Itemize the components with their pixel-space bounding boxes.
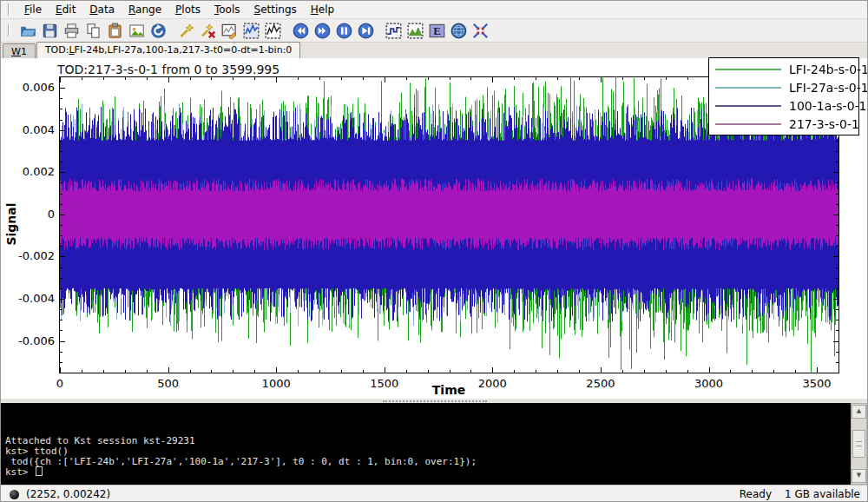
svg-text:E: E [433,24,441,37]
legend-entry: LFI-24b-s-0-1 [709,60,858,78]
layout-mode-icon [385,23,402,39]
zoom-xy-mode-button[interactable] [240,20,262,41]
x-tick-label: 500 [157,377,179,390]
pause-button[interactable] [333,20,355,41]
legend-line-sample [715,123,781,125]
console-prompt-line[interactable]: kst> [5,466,846,478]
advance-one-screen-icon [314,23,331,39]
legend-label: LFI-24b-s-0-1 [789,63,868,76]
splitter-grip-icon [383,400,487,402]
y-tick-label: 0.006 [4,81,55,94]
tied-zoom-icon [472,23,489,39]
tab-plot-window[interactable]: TOD:LFI-24b,LFI-27a,100-1a,217-3-t0=0-dt… [36,42,300,60]
kst-console[interactable]: Attached to Kst session kst-29231kst> tt… [1,403,851,485]
x-tick-label: 2500 [586,377,615,390]
plot-editor-icon [221,23,238,39]
copy-icon [85,23,102,39]
layout-mode-button[interactable] [383,20,404,41]
console-line: kst> ttod() [5,446,846,457]
pause-icon [336,23,352,39]
y-tick-label: 0.004 [4,123,55,136]
x-tick-label: 1500 [370,377,398,390]
plot-title: TOD:217-3-s-0-1 from 0 to 3599.995 [57,63,279,76]
menu-bar: FileEditDataRangePlotsToolsSettingsHelp [1,1,867,19]
legend-line-sample [715,105,781,107]
console-prompt: kst> [5,466,34,478]
scrollbar-track[interactable] [852,419,865,468]
legend-line-sample [715,69,781,70]
reload-button[interactable] [148,20,169,41]
legend-entry: LFI-27a-s-0-1 [709,78,858,96]
legend-label: 100-1a-s-0-1 [789,99,867,113]
legend-line-sample [715,87,781,89]
open-icon [20,23,36,39]
graphics-mode-icon [407,23,424,39]
kst-window: FileEditDataRangePlotsToolsSettingsHelp … [0,0,868,502]
menu-range[interactable]: Range [122,2,168,17]
scroll-up-icon[interactable]: ▲ [852,405,866,419]
menu-help[interactable]: Help [304,2,341,17]
data-wizard-button[interactable] [175,20,197,41]
label-editor-button[interactable]: E [426,20,448,41]
tied-zoom-button[interactable] [470,20,491,41]
x-tick-label: 1000 [262,377,291,390]
reload-icon [150,23,167,39]
menu-edit[interactable]: Edit [49,2,82,17]
data-mode-button[interactable] [448,20,470,41]
status-bar: (2252, 0.00242) Ready 1 GB available [1,485,868,502]
toolbar: E [1,19,867,43]
plot-legend[interactable]: LFI-24b-s-0-1LFI-27a-s-0-1100-1a-s-0-121… [708,57,859,135]
console-line: Attached to Kst session kst-29231 [5,436,846,446]
x-tick-label: 2000 [478,377,507,390]
advance-one-screen-button[interactable] [312,20,333,41]
scrollbar-thumb[interactable] [852,430,865,458]
print-icon [63,23,80,39]
x-axis-label: Time [432,383,465,397]
y-tick-label: 0 [4,208,55,221]
console-cursor [36,466,43,476]
graphics-mode-button[interactable] [404,20,426,41]
y-tick-label: 0.002 [4,165,55,178]
y-tick-label: -0.006 [4,334,55,347]
menu-file[interactable]: File [17,2,49,17]
paste-icon [107,23,123,39]
data-mode-icon [450,23,467,39]
y-tick-label: -0.002 [4,249,55,262]
menubar-grip[interactable] [8,3,14,16]
data-wizard-icon [178,23,194,39]
back-one-screen-button[interactable] [290,20,312,41]
paste-button[interactable] [104,20,126,41]
plot-window: TOD:217-3-s-0-1 from 0 to 3599.995 Signa… [1,58,868,399]
zoom-xy-mode-icon [243,23,260,39]
menu-plots[interactable]: Plots [168,2,207,17]
zoom-x-mode-icon [265,23,281,39]
export-image-icon [128,23,145,39]
plot-editor-button[interactable] [219,20,240,41]
console-line: tod({ch :['LFI-24b','LFI-27a','100-1a','… [5,457,846,467]
copy-button[interactable] [82,20,104,41]
menu-settings[interactable]: Settings [247,2,304,17]
legend-label: LFI-27a-s-0-1 [789,81,868,95]
menu-data[interactable]: Data [82,2,122,17]
toolbar-grip[interactable] [8,24,14,36]
x-tick-label: 3000 [694,377,723,390]
read-to-end-icon [358,23,374,39]
menu-tools[interactable]: Tools [207,2,247,17]
label-editor-icon: E [429,23,445,39]
y-tick-label: -0.004 [4,292,55,305]
edit-vectors-button[interactable] [197,20,219,41]
zoom-x-mode-button[interactable] [262,20,284,41]
status-led-icon [10,490,19,499]
read-to-end-button[interactable] [355,20,377,41]
export-image-button[interactable] [126,20,148,41]
x-tick-label: 0 [56,377,63,390]
legend-entry: 217-3-s-0-1 [709,115,858,133]
legend-entry: 100-1a-s-0-1 [709,96,858,115]
status-memory: 1 GB available [785,488,860,500]
print-button[interactable] [61,20,82,41]
scroll-down-icon[interactable]: ▼ [852,469,866,483]
open-button[interactable] [17,20,39,41]
console-scrollbar[interactable]: ▲ ▼ [851,403,867,485]
save-button[interactable] [39,20,61,41]
x-tick-label: 3500 [803,377,832,390]
